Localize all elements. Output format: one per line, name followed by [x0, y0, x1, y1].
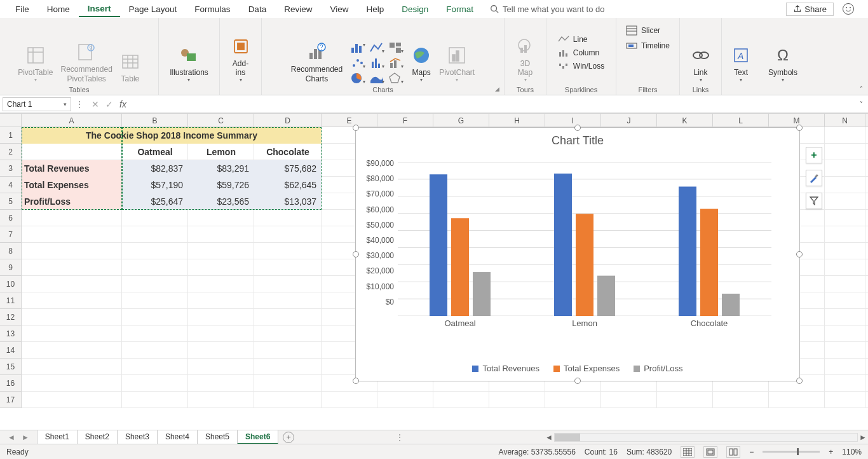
collapse-ribbon-icon[interactable]: ˄ [860, 85, 863, 92]
view-page-break-button[interactable] [726, 446, 740, 458]
enter-formula-icon[interactable]: ✓ [105, 99, 113, 109]
hierarchy-chart-icon[interactable]: ▾ [388, 41, 403, 54]
share-button[interactable]: Share [786, 3, 834, 16]
maps-button[interactable]: Maps▾ [409, 44, 434, 85]
stat-chart-icon[interactable]: ▾ [369, 57, 384, 69]
svg-text:▾: ▾ [382, 48, 384, 54]
tab-page-layout[interactable]: Page Layout [120, 2, 186, 17]
3d-map-button[interactable]: 3D Map▾ [513, 35, 538, 85]
horizontal-scrollbar[interactable]: ◄ ► [544, 432, 868, 442]
tell-me-search[interactable]: Tell me what you want to do [490, 4, 604, 14]
tab-split-handle[interactable]: ⋮ [396, 433, 403, 442]
sheet-tab-sheet6[interactable]: Sheet6 [237, 430, 278, 444]
sheet-tab-sheet3[interactable]: Sheet3 [117, 430, 158, 444]
zoom-slider[interactable] [763, 451, 820, 453]
hscroll-right[interactable]: ► [858, 433, 868, 442]
charts-dialog-launcher[interactable]: ◢ [495, 86, 503, 93]
formula-bar: Chart 1▾ ⋮ ✕ ✓ fx ˅ [0, 95, 868, 113]
row-headers[interactable]: 1234567891011121314151617 [0, 127, 22, 408]
table-button[interactable]: Table [118, 50, 143, 85]
tab-view[interactable]: View [321, 2, 357, 17]
recommended-pivottables-button[interactable]: ?Recommended PivotTables [58, 41, 115, 85]
link-button[interactable]: Link▾ [688, 44, 714, 85]
addins-label: Add- ins [233, 59, 248, 78]
name-box-expand[interactable]: ⋮ [74, 99, 85, 109]
new-sheet-button[interactable]: + [283, 432, 294, 443]
line-chart-icon[interactable]: ▾ [369, 41, 384, 54]
svg-rect-85 [679, 186, 696, 316]
zoom-out-button[interactable]: − [749, 448, 754, 456]
pie-chart-icon[interactable]: ▾ [350, 72, 365, 85]
pivotchart-button[interactable]: PivotChart▾ [437, 44, 477, 85]
svg-rect-59 [566, 64, 567, 66]
svg-rect-16 [238, 43, 244, 50]
tab-home[interactable]: Home [38, 2, 79, 17]
zoom-in-button[interactable]: + [829, 448, 833, 456]
zoom-level[interactable]: 110% [842, 448, 862, 456]
fx-icon[interactable]: fx [119, 99, 126, 109]
svg-rect-22 [351, 48, 354, 53]
cancel-formula-icon[interactable]: ✕ [92, 99, 99, 109]
sheet-tab-sheet4[interactable]: Sheet4 [157, 430, 198, 444]
hscroll-left[interactable]: ◄ [544, 433, 554, 442]
sheet-nav-next[interactable]: ► [22, 433, 29, 442]
svg-rect-35 [372, 62, 374, 68]
worksheet-grid[interactable]: ABCDEFGHIJKLMN 1234567891011121314151617… [0, 113, 868, 403]
column-headers[interactable]: ABCDEFGHIJKLMN [22, 113, 868, 127]
tab-file[interactable]: File [6, 2, 38, 17]
svg-rect-27 [390, 43, 395, 48]
tab-help[interactable]: Help [357, 2, 393, 17]
chart-title[interactable]: Chart Title [356, 128, 799, 151]
sheet-tab-sheet5[interactable]: Sheet5 [197, 430, 238, 444]
tab-format[interactable]: Format [437, 2, 482, 17]
sparkline-winloss-button[interactable]: Win/Loss [555, 60, 607, 72]
symbols-button[interactable]: ΩSymbols▾ [766, 44, 800, 85]
svg-text:▾: ▾ [363, 79, 365, 85]
chart-elements-button[interactable]: + [806, 147, 822, 163]
col-header-0: Oatmeal [122, 144, 188, 160]
scatter-chart-icon[interactable]: ▾ [350, 57, 365, 69]
svg-rect-53 [524, 45, 527, 53]
chart-filters-button[interactable] [806, 193, 822, 209]
tab-data[interactable]: Data [240, 2, 276, 17]
pivottable-button[interactable]: PivotTable▾ [15, 44, 55, 85]
sparkline-line-button[interactable]: Line [555, 34, 590, 45]
tab-review[interactable]: Review [275, 2, 321, 17]
sheet-tab-bar: ◄► Sheet1Sheet2Sheet3Sheet4Sheet5Sheet6 … [0, 430, 868, 444]
svg-rect-28 [396, 43, 401, 46]
formula-expand-icon[interactable]: ˅ [855, 100, 868, 107]
sheet-tab-sheet2[interactable]: Sheet2 [77, 430, 118, 444]
sheet-tab-sheet1[interactable]: Sheet1 [37, 430, 78, 444]
embedded-chart[interactable]: Chart Title $90,000$80,000$70,000$60,000… [355, 127, 800, 381]
bar-chart-icon[interactable]: ▾ [350, 41, 365, 54]
chart-plot-area[interactable] [398, 162, 771, 316]
tab-insert[interactable]: Insert [79, 1, 120, 17]
svg-text:▾: ▾ [401, 64, 403, 69]
recommended-charts-button[interactable]: ?Recommended Charts [288, 41, 345, 85]
sparkline-column-button[interactable]: Column [555, 47, 602, 58]
name-box[interactable]: Chart 1▾ [3, 97, 71, 111]
view-page-layout-button[interactable] [703, 446, 717, 458]
chart-legend[interactable]: Total Revenues Total Expenses Profit/Los… [356, 364, 799, 373]
combo-chart-icon[interactable]: ▾ [388, 57, 403, 69]
svg-point-66 [700, 52, 709, 58]
sheet-nav-prev[interactable]: ◄ [8, 433, 15, 442]
svg-text:▾: ▾ [363, 42, 365, 48]
svg-rect-52 [520, 48, 523, 53]
addins-button[interactable]: Add- ins▾ [228, 35, 254, 85]
tab-design[interactable]: Design [393, 2, 437, 17]
tab-formulas[interactable]: Formulas [186, 2, 239, 17]
feedback-smiley-icon[interactable] [843, 3, 854, 15]
radar-chart-icon[interactable]: ▾ [388, 72, 403, 85]
view-normal-button[interactable] [681, 446, 695, 458]
chart-styles-button[interactable] [806, 170, 822, 186]
text-button[interactable]: AText▾ [728, 44, 754, 85]
slicer-button[interactable]: Slicer [623, 24, 663, 37]
illustrations-button[interactable]: Illustrations▾ [167, 44, 211, 85]
surface-chart-icon[interactable]: ▾ [369, 72, 384, 85]
formula-input[interactable] [133, 95, 855, 113]
omega-icon: Ω [773, 45, 793, 65]
timeline-button[interactable]: Timeline [623, 39, 672, 52]
select-all-triangle[interactable] [0, 113, 22, 127]
cell-c3: $83,291 [188, 160, 254, 177]
